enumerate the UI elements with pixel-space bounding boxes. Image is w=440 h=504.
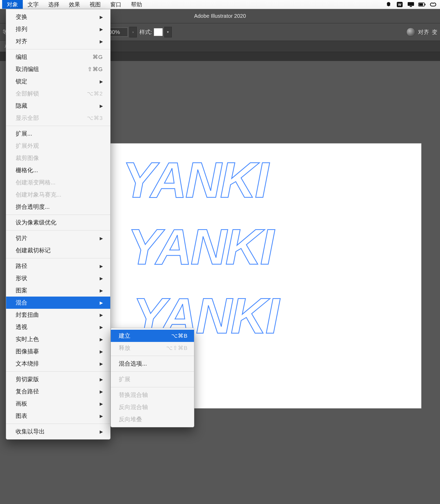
- svg-rect-6: [419, 3, 423, 6]
- menu-separator: [6, 49, 110, 49]
- menu-item[interactable]: 设为像素级优化: [6, 216, 110, 229]
- submenu-item-shortcut: ⌥⌘B: [171, 333, 188, 339]
- menu-item-label: 扩展...: [16, 130, 103, 138]
- submenu-item: 释放⌥⇧⌘B: [111, 342, 194, 354]
- menubar-item-label: 对象: [7, 1, 18, 8]
- menu-item-label: 排列: [16, 25, 100, 33]
- menubar-item-view[interactable]: 视图: [85, 0, 105, 9]
- submenu-item: 替换混合轴: [111, 389, 194, 401]
- menu-item[interactable]: 扩展...: [6, 128, 110, 140]
- menu-item[interactable]: 文本绕排▶: [6, 358, 110, 370]
- submenu-item[interactable]: 混合选项...: [111, 358, 194, 370]
- menu-item[interactable]: 编组⌘G: [6, 51, 110, 63]
- menu-item[interactable]: 图案▶: [6, 284, 110, 297]
- chevron-down-icon[interactable]: ▾: [164, 27, 172, 37]
- menubar-item-object[interactable]: 对象: [2, 0, 23, 9]
- menu-item[interactable]: 栅格化...: [6, 164, 110, 176]
- menu-item-shortcut: ⇧⌘G: [87, 66, 103, 72]
- submenu-item: 反向混合轴: [111, 401, 194, 413]
- style-swatch[interactable]: [154, 28, 163, 36]
- menu-item[interactable]: 实时上色▶: [6, 333, 110, 345]
- menu-item[interactable]: 排列▶: [6, 23, 110, 35]
- app-title-label: Adobe Illustrator 2020: [194, 13, 246, 19]
- menu-separator: [111, 356, 194, 356]
- menu-item-label: 图案: [16, 286, 100, 294]
- menu-item[interactable]: 路径▶: [6, 260, 110, 272]
- menu-item-label: 扩展外观: [16, 142, 103, 150]
- display-icon[interactable]: [407, 2, 415, 7]
- qq-icon[interactable]: [385, 2, 392, 7]
- submenu-arrow-icon: ▶: [100, 79, 103, 84]
- menu-item-shortcut: ⌥⌘2: [87, 90, 103, 97]
- submenu-item[interactable]: 建立⌥⌘B: [111, 330, 194, 342]
- menu-item-shortcut: ⌥⌘3: [87, 115, 103, 121]
- menu-item[interactable]: 画板▶: [6, 398, 110, 410]
- menu-item[interactable]: 对齐▶: [6, 35, 110, 47]
- tray: W: [385, 2, 438, 7]
- menu-item[interactable]: 形状▶: [6, 272, 110, 284]
- menu-item[interactable]: 隐藏▶: [6, 100, 110, 112]
- menu-item[interactable]: 透视▶: [6, 321, 110, 333]
- menu-item-label: 复合路径: [16, 388, 100, 396]
- menu-item[interactable]: 剪切蒙版▶: [6, 373, 110, 385]
- submenu-arrow-icon: ▶: [100, 401, 103, 406]
- menu-item[interactable]: 复合路径▶: [6, 385, 110, 398]
- chevron-right-icon[interactable]: ›: [129, 27, 137, 37]
- menubar-item-label: 文字: [28, 1, 39, 8]
- menu-item: 全部解锁⌥⌘2: [6, 88, 110, 100]
- menubar-item-type[interactable]: 文字: [23, 0, 43, 9]
- svg-rect-2: [408, 2, 414, 6]
- menu-item-label: 图像描摹: [16, 347, 100, 355]
- menu-item-label: 创建渐变网格...: [16, 179, 103, 186]
- menu-item[interactable]: 变换▶: [6, 11, 110, 23]
- battery-icon[interactable]: [418, 2, 426, 7]
- menu-item[interactable]: 取消编组⇧⌘G: [6, 63, 110, 75]
- menu-item[interactable]: 收集以导出▶: [6, 425, 110, 438]
- creative-cloud-icon[interactable]: [429, 2, 437, 7]
- menu-item-label: 裁剪图像: [16, 154, 103, 162]
- submenu-arrow-icon: ▶: [100, 276, 103, 281]
- submenu-arrow-icon: ▶: [100, 103, 103, 108]
- menu-item-label: 拼合透明度...: [16, 203, 103, 211]
- menu-separator: [6, 371, 110, 372]
- menubar-item-label: 窗口: [110, 1, 121, 8]
- menu-item[interactable]: 创建裁切标记: [6, 244, 110, 257]
- menu-item-label: 形状: [16, 274, 100, 282]
- wps-icon[interactable]: W: [396, 2, 403, 7]
- menu-item-label: 栅格化...: [16, 166, 103, 174]
- menu-item: 创建渐变网格...: [6, 176, 110, 189]
- menubar-item-label: 视图: [90, 1, 101, 8]
- menu-item[interactable]: 切片▶: [6, 232, 110, 244]
- outlined-text-row[interactable]: YANKI: [127, 218, 272, 276]
- recolor-artwork-icon[interactable]: [406, 28, 415, 37]
- menubar-item-select[interactable]: 选择: [43, 0, 64, 9]
- menu-item-label: 文本绕排: [16, 360, 100, 368]
- menu-item[interactable]: 混合▶: [6, 297, 110, 309]
- submenu-arrow-icon: ▶: [100, 39, 103, 44]
- menu-item[interactable]: 锁定▶: [6, 75, 110, 88]
- menu-separator: [6, 230, 110, 231]
- menu-item[interactable]: 封套扭曲▶: [6, 309, 110, 321]
- menu-item-label: 创建裁切标记: [16, 246, 103, 254]
- style-label: 样式:: [139, 28, 152, 36]
- menu-item-label: 显示全部: [16, 114, 87, 122]
- menu-item: 扩展外观: [6, 140, 110, 152]
- menu-item-label: 全部解锁: [16, 90, 87, 98]
- menu-separator: [6, 424, 110, 424]
- menu-item-label: 实时上色: [16, 335, 100, 343]
- outlined-text-row[interactable]: YANKI: [122, 151, 267, 209]
- menu-item[interactable]: 图像描摹▶: [6, 345, 110, 358]
- submenu-arrow-icon: ▶: [100, 264, 103, 269]
- menu-item: 显示全部⌥⌘3: [6, 112, 110, 124]
- submenu-item-label: 替换混合轴: [119, 391, 188, 399]
- menu-item[interactable]: 拼合透明度...: [6, 201, 110, 213]
- submenu-item-label: 释放: [119, 344, 166, 352]
- blend-submenu: 建立⌥⌘B释放⌥⇧⌘B混合选项...扩展替换混合轴反向混合轴反向堆叠: [111, 328, 194, 427]
- menubar-item-window[interactable]: 窗口: [105, 0, 126, 9]
- menubar-item-help[interactable]: 帮助: [126, 0, 147, 9]
- menu-item-label: 图表: [16, 412, 100, 420]
- menu-item[interactable]: 图表▶: [6, 410, 110, 422]
- submenu-arrow-icon: ▶: [100, 337, 103, 342]
- menubar-item-effect[interactable]: 效果: [64, 0, 85, 9]
- align-button[interactable]: 对齐: [418, 27, 429, 37]
